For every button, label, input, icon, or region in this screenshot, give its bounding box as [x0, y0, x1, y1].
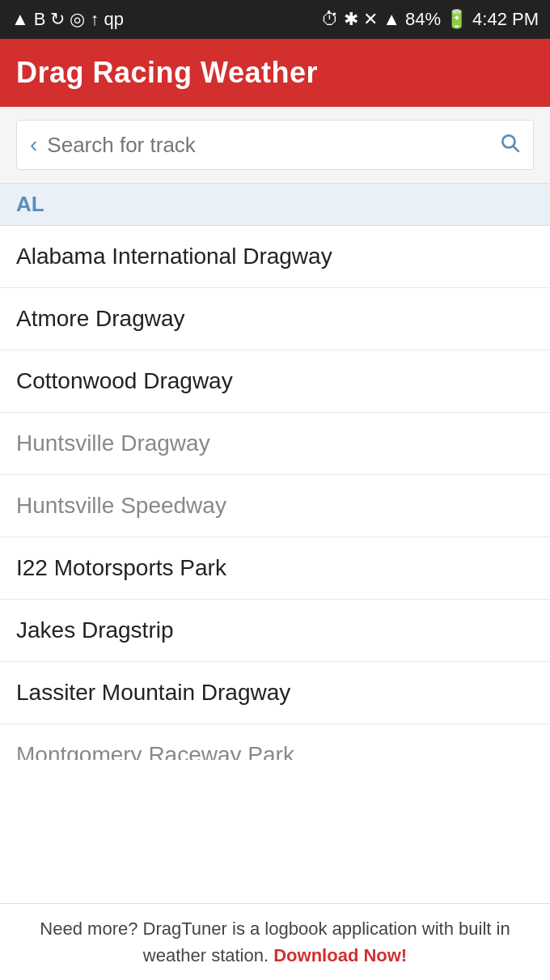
signal-x-icon: ✕	[363, 9, 378, 30]
list-item[interactable]: Atmore Dragway	[0, 288, 550, 350]
search-input[interactable]	[47, 133, 499, 158]
track-name: Huntsville Dragway	[16, 431, 210, 456]
track-name: Jakes Dragstrip	[16, 617, 174, 643]
b-icon: B	[34, 9, 46, 30]
back-icon[interactable]: ‹	[30, 132, 37, 158]
list-item[interactable]: Huntsville Speedway	[0, 475, 550, 537]
bluetooth-icon: ✱	[344, 9, 358, 30]
app-title: Drag Racing Weather	[16, 56, 318, 90]
footer-download-link[interactable]: Download Now!	[273, 945, 407, 965]
track-name: Lassiter Mountain Dragway	[16, 680, 290, 705]
track-name: Alabama International Dragway	[16, 244, 332, 269]
footer: Need more? DragTuner is a logbook applic…	[0, 903, 550, 980]
list-item[interactable]: I22 Motorsports Park	[0, 537, 550, 600]
clock-icon: ⏱	[321, 9, 339, 30]
list-item[interactable]: Lassiter Mountain Dragway	[0, 662, 550, 724]
battery-icon: 🔋	[446, 9, 468, 30]
target-icon: ◎	[70, 9, 85, 30]
list-item[interactable]: Huntsville Dragway	[0, 413, 550, 475]
qp-icon: qp	[104, 9, 123, 30]
triangle-icon: ▲	[11, 9, 29, 30]
status-right-icons: ⏱ ✱ ✕ ▲ 84% 🔋 4:42 PM	[321, 9, 539, 30]
refresh-icon: ↻	[50, 9, 65, 30]
battery-percent: 84%	[405, 9, 441, 30]
list-item[interactable]: Montgomery Raceway Park	[0, 724, 550, 760]
svg-line-1	[514, 146, 518, 151]
search-icon[interactable]	[499, 132, 520, 159]
track-name: Cottonwood Dragway	[16, 368, 233, 393]
list-item[interactable]: Alabama International Dragway	[0, 226, 550, 288]
time-display: 4:42 PM	[472, 9, 539, 30]
list-item[interactable]: Jakes Dragstrip	[0, 600, 550, 662]
track-name: Huntsville Speedway	[16, 493, 226, 518]
app-header: Drag Racing Weather	[0, 39, 550, 107]
track-list: Alabama International Dragway Atmore Dra…	[0, 226, 550, 903]
section-header: AL	[0, 183, 550, 226]
track-name: I22 Motorsports Park	[16, 555, 226, 580]
status-bar: ▲ B ↻ ◎ ↑ qp ⏱ ✱ ✕ ▲ 84% 🔋 4:42 PM	[0, 0, 550, 39]
section-label: AL	[16, 192, 44, 216]
track-name: Atmore Dragway	[16, 306, 185, 331]
list-item[interactable]: Cottonwood Dragway	[0, 350, 550, 413]
status-left-icons: ▲ B ↻ ◎ ↑ qp	[11, 9, 124, 30]
arrow-up-icon: ↑	[90, 9, 99, 30]
track-name: Montgomery Raceway Park	[16, 742, 294, 760]
search-bar[interactable]: ‹	[16, 120, 534, 170]
signal-icon: ▲	[383, 9, 400, 30]
